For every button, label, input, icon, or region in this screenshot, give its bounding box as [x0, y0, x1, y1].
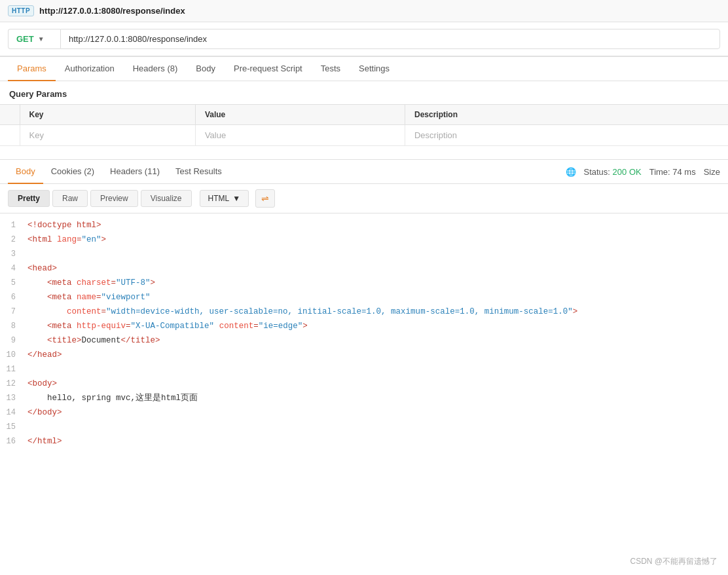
code-line: 16</html>: [0, 435, 728, 449]
col-description: Description: [405, 105, 728, 125]
url-bar: HTTP http://127.0.0.1:8080/response/inde…: [0, 0, 728, 22]
code-line: 13 hello, spring mvc,这里是html页面: [0, 392, 728, 406]
status-ok: 200 OK: [613, 167, 642, 177]
line-number: 11: [0, 363, 25, 376]
line-number: 6: [0, 291, 25, 304]
code-line: 2<html lang="en">: [0, 233, 728, 248]
visualize-button[interactable]: Visualize: [141, 190, 192, 207]
query-params-label: Query Params: [0, 81, 728, 104]
raw-button[interactable]: Raw: [52, 190, 88, 207]
line-content: <!doctype html>: [25, 219, 728, 232]
value-cell[interactable]: Value: [195, 125, 405, 146]
code-line: 12<body>: [0, 377, 728, 392]
method-select[interactable]: GET ▼: [8, 29, 60, 49]
size-text: Size: [704, 167, 720, 177]
lang-select[interactable]: HTML ▼: [200, 190, 249, 207]
code-line: 3: [0, 248, 728, 262]
line-content: <meta name="viewport": [25, 291, 728, 304]
code-line: 8 <meta http-equiv="X-UA-Compatible" con…: [0, 320, 728, 334]
line-number: 10: [0, 348, 25, 362]
table-row: Key Value Description: [0, 125, 728, 146]
line-content: <html lang="en">: [25, 233, 728, 246]
code-line: 15: [0, 420, 728, 435]
chevron-down-icon: ▼: [38, 35, 45, 43]
url-input[interactable]: [60, 29, 720, 49]
tab-tests[interactable]: Tests: [312, 57, 350, 81]
line-content: </html>: [25, 435, 728, 448]
response-section: Body Cookies (2) Headers (11) Test Resul…: [0, 159, 728, 454]
response-tabs: Body Cookies (2) Headers (11) Test Resul…: [0, 160, 728, 184]
line-content: <meta http-equiv="X-UA-Compatible" conte…: [25, 320, 728, 333]
line-content: </head>: [25, 348, 728, 362]
line-number: 5: [0, 276, 25, 289]
time-text: Time: 74 ms: [649, 167, 696, 177]
code-line: 14</body>: [0, 406, 728, 420]
tab-authorization[interactable]: Authorization: [56, 57, 124, 81]
preview-button[interactable]: Preview: [90, 190, 138, 207]
http-icon: HTTP: [8, 5, 34, 16]
view-controls: Pretty Raw Preview Visualize HTML ▼ ⇌: [0, 184, 728, 213]
response-status: 🌐 Status: 200 OK Time: 74 ms Size: [566, 167, 721, 177]
line-content: <meta charset="UTF-8">: [25, 276, 728, 289]
chevron-down-icon: ▼: [232, 194, 240, 203]
code-line: 9 <title>Document</title>: [0, 334, 728, 348]
row-checkbox: [0, 125, 20, 146]
key-cell[interactable]: Key: [20, 125, 195, 146]
col-checkbox: [0, 105, 20, 125]
line-number: 14: [0, 406, 25, 419]
status-text: Status: 200 OK: [584, 167, 642, 177]
code-line: 1<!doctype html>: [0, 219, 728, 233]
line-number: 2: [0, 233, 25, 246]
line-number: 1: [0, 219, 25, 232]
params-table: Key Value Description Key Value Descript…: [0, 104, 728, 146]
pretty-button[interactable]: Pretty: [8, 190, 50, 207]
line-number: 13: [0, 392, 25, 405]
line-content: </body>: [25, 406, 728, 419]
line-content: <title>Document</title>: [25, 334, 728, 347]
line-number: 15: [0, 420, 25, 434]
request-tabs: Params Authorization Headers (8) Body Pr…: [0, 57, 728, 81]
request-bar: GET ▼: [0, 22, 728, 57]
globe-icon[interactable]: 🌐: [566, 167, 576, 177]
col-key: Key: [20, 105, 195, 125]
response-tab-test-results[interactable]: Test Results: [168, 160, 230, 184]
response-tab-cookies[interactable]: Cookies (2): [43, 160, 102, 184]
line-number: 8: [0, 320, 25, 333]
line-number: 12: [0, 377, 25, 390]
line-number: 3: [0, 248, 25, 261]
tab-prerequest[interactable]: Pre-request Script: [225, 57, 312, 81]
line-content: <head>: [25, 262, 728, 275]
line-number: 9: [0, 334, 25, 347]
tab-body[interactable]: Body: [187, 57, 225, 81]
lang-label: HTML: [208, 194, 230, 203]
filter-icon[interactable]: ⇌: [255, 189, 275, 208]
code-line: 4<head>: [0, 262, 728, 276]
line-number: 4: [0, 262, 25, 275]
tab-headers[interactable]: Headers (8): [124, 57, 187, 81]
response-tab-body[interactable]: Body: [8, 160, 43, 184]
line-content: content="width=device-width, user-scalab…: [25, 305, 728, 318]
line-content: <body>: [25, 377, 728, 390]
code-line: 6 <meta name="viewport": [0, 291, 728, 305]
line-number: 16: [0, 435, 25, 448]
url-bar-text: http://127.0.0.1:8080/response/index: [39, 6, 185, 16]
tab-params[interactable]: Params: [8, 57, 56, 81]
code-line: 10</head>: [0, 348, 728, 363]
method-label: GET: [16, 34, 34, 44]
line-content: hello, spring mvc,这里是html页面: [25, 392, 728, 405]
response-tab-headers[interactable]: Headers (11): [102, 160, 168, 184]
code-area: 1<!doctype html>2<html lang="en">34<head…: [0, 213, 728, 454]
code-line: 7 content="width=device-width, user-scal…: [0, 305, 728, 320]
col-value: Value: [195, 105, 405, 125]
line-number: 7: [0, 305, 25, 318]
code-line: 5 <meta charset="UTF-8">: [0, 276, 728, 291]
description-cell[interactable]: Description: [405, 125, 728, 146]
tab-settings[interactable]: Settings: [350, 57, 399, 81]
code-line: 11: [0, 363, 728, 377]
